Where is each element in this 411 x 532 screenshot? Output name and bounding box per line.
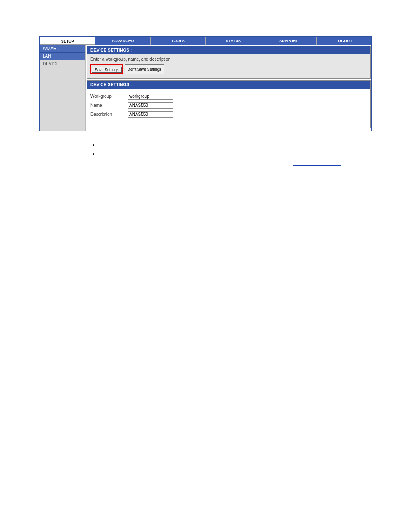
device-settings-form-panel: DEVICE SETTINGS : Workgroup Name Descrip… bbox=[87, 80, 371, 128]
workgroup-label: Workgroup bbox=[90, 94, 128, 99]
description-input[interactable] bbox=[128, 111, 173, 118]
main-content: DEVICE SETTINGS : Enter a workgroup, nam… bbox=[86, 45, 371, 131]
tab-setup[interactable]: SETUP bbox=[40, 37, 95, 45]
description-label: Description bbox=[90, 112, 128, 117]
tab-status[interactable]: STATUS bbox=[206, 37, 261, 45]
top-nav: SETUP ADVANCED TOOLS STATUS SUPPORT LOGO… bbox=[40, 37, 371, 45]
tab-logout[interactable]: LOGOUT bbox=[317, 37, 371, 45]
tab-tools[interactable]: TOOLS bbox=[151, 37, 206, 45]
document-annotations bbox=[86, 142, 411, 168]
sidebar-item-lan[interactable]: LAN bbox=[40, 53, 85, 60]
save-settings-button[interactable]: Save Settings bbox=[92, 67, 122, 73]
name-input[interactable] bbox=[128, 102, 173, 109]
panel-description: Enter a workgroup, name, and description… bbox=[90, 57, 367, 62]
workgroup-input[interactable] bbox=[128, 93, 173, 100]
tab-advanced[interactable]: ADVANCED bbox=[95, 37, 150, 45]
panel-title-1: DEVICE SETTINGS : bbox=[87, 46, 370, 54]
dont-save-settings-button[interactable]: Don't Save Settings bbox=[125, 64, 165, 74]
button-row: Save Settings Don't Save Settings bbox=[90, 64, 367, 74]
bullet-1 bbox=[99, 142, 411, 148]
tab-support[interactable]: SUPPORT bbox=[261, 37, 316, 45]
sidebar: WIZARD LAN DEVICE bbox=[40, 45, 86, 131]
panel-title-2: DEVICE SETTINGS : bbox=[87, 81, 370, 89]
device-settings-actions-panel: DEVICE SETTINGS : Enter a workgroup, nam… bbox=[87, 46, 371, 79]
inline-link[interactable] bbox=[293, 161, 341, 166]
save-button-highlight: Save Settings bbox=[90, 64, 123, 74]
sidebar-item-device[interactable]: DEVICE bbox=[40, 60, 85, 68]
router-admin-panel: SETUP ADVANCED TOOLS STATUS SUPPORT LOGO… bbox=[39, 36, 372, 131]
sidebar-item-wizard[interactable]: WIZARD bbox=[40, 45, 85, 53]
name-label: Name bbox=[90, 103, 128, 108]
bullet-2 bbox=[99, 151, 411, 157]
